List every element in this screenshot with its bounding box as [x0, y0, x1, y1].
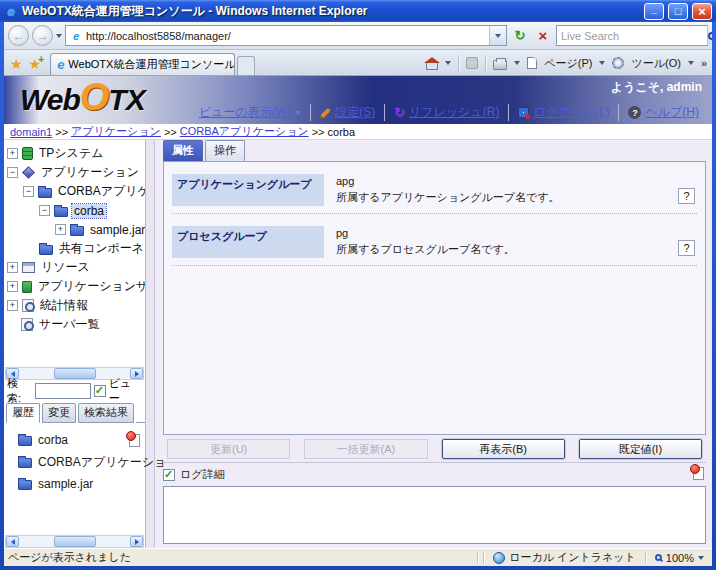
field-value[interactable]: apg: [336, 175, 697, 187]
view-menu-dropdown-icon[interactable]: [295, 111, 301, 115]
scroll-thumb[interactable]: [54, 536, 96, 547]
field-help-button[interactable]: ?: [678, 240, 695, 256]
home-icon[interactable]: [426, 62, 438, 70]
zoom-control[interactable]: 100%: [651, 552, 708, 564]
collapse-icon[interactable]: [7, 167, 18, 178]
tree-item-resources[interactable]: リソース: [4, 258, 145, 277]
field-value[interactable]: pg: [336, 227, 697, 239]
tree-item-sample-jar[interactable]: sample.jar: [4, 220, 145, 239]
tab-changes[interactable]: 変更: [42, 403, 76, 423]
page-menu-button[interactable]: ページ(P): [544, 56, 592, 71]
history-item-corba[interactable]: corba: [4, 429, 145, 451]
history-item-sample-jar[interactable]: sample.jar: [4, 473, 145, 495]
forward-button[interactable]: [32, 25, 53, 46]
menu-item-settings[interactable]: 設定(S): [310, 104, 384, 121]
search-go-button[interactable]: [707, 26, 712, 45]
tab-history[interactable]: 履歴: [6, 403, 40, 423]
help-link[interactable]: ヘルプ(H): [645, 104, 699, 121]
tree-search-input[interactable]: [35, 383, 91, 399]
scroll-right-icon[interactable]: [130, 536, 143, 547]
collapse-icon[interactable]: [39, 205, 50, 216]
favorites-icon[interactable]: [10, 56, 23, 72]
more-commands-button[interactable]: »: [701, 57, 707, 69]
expand-icon[interactable]: [7, 300, 18, 311]
menu-item-view[interactable]: ビューの表示(W): [190, 104, 310, 121]
menu-item-refresh[interactable]: リフレッシュ(R): [384, 104, 508, 121]
history-item-corba-applications[interactable]: CORBAアプリケーショ: [4, 451, 145, 473]
tree-item-application-server[interactable]: アプリケーションサーバ: [4, 277, 145, 296]
breadcrumb-applications[interactable]: アプリケーション: [71, 124, 161, 139]
log-alert-icon[interactable]: [129, 434, 140, 447]
breadcrumb-domain1[interactable]: domain1: [10, 126, 52, 138]
close-button[interactable]: [692, 3, 712, 20]
tree-item-applications[interactable]: アプリケーション: [4, 163, 145, 182]
feeds-icon[interactable]: [466, 57, 478, 69]
maximize-button[interactable]: [668, 3, 688, 20]
breadcrumb-corba-applications[interactable]: CORBAアプリケーション: [180, 124, 309, 139]
gear-icon[interactable]: [612, 57, 624, 69]
add-favorite-icon[interactable]: [29, 56, 42, 72]
default-value-button[interactable]: 既定値(I): [579, 439, 702, 459]
view-menu-link[interactable]: ビューの表示(W): [199, 104, 291, 121]
tree-item-server-list[interactable]: サーバ一覧: [4, 315, 145, 334]
log-detail-checkbox[interactable]: [163, 469, 175, 481]
tree-item-label[interactable]: CORBAアプリケーショ: [56, 183, 145, 200]
refresh-link[interactable]: リフレッシュ(R): [409, 104, 499, 121]
tree-item-label[interactable]: TPシステム: [37, 145, 105, 162]
tab-operations[interactable]: 操作: [205, 140, 245, 161]
tree-item-label[interactable]: sample.jar: [88, 223, 145, 237]
panel-divider[interactable]: [146, 140, 155, 548]
print-dropdown-icon[interactable]: [514, 61, 520, 65]
expand-icon[interactable]: [55, 224, 66, 235]
field-help-button[interactable]: ?: [678, 188, 695, 204]
url-field[interactable]: http://localhost5858/manager/: [65, 25, 507, 46]
tree-item-corba[interactable]: corba: [4, 201, 145, 220]
tree-item-label[interactable]: 共有コンポーネント: [57, 240, 145, 257]
page-icon[interactable]: [527, 57, 537, 69]
view-checkbox[interactable]: [94, 385, 106, 397]
back-button[interactable]: [8, 25, 29, 46]
search-input[interactable]: [557, 30, 707, 42]
tab-attributes[interactable]: 属性: [163, 140, 203, 161]
history-item-label[interactable]: corba: [38, 433, 68, 447]
stop-button[interactable]: [533, 26, 553, 46]
tree-item-shared-components[interactable]: 共有コンポーネント: [4, 239, 145, 258]
tools-menu-button[interactable]: ツール(O): [631, 56, 680, 71]
tree-item-label[interactable]: 統計情報: [38, 297, 90, 314]
collapse-icon[interactable]: [23, 186, 34, 197]
page-dropdown-icon[interactable]: [599, 61, 605, 65]
zoom-level[interactable]: 100%: [666, 552, 694, 564]
live-search-box[interactable]: [556, 25, 708, 46]
scroll-thumb[interactable]: [54, 368, 96, 379]
history-dropdown-icon[interactable]: [56, 34, 62, 38]
scroll-left-icon[interactable]: [6, 536, 19, 547]
logout-link[interactable]: ログアウト(L): [533, 104, 609, 121]
minimize-button[interactable]: [644, 3, 664, 20]
history-item-label[interactable]: CORBAアプリケーショ: [38, 454, 166, 471]
home-dropdown-icon[interactable]: [445, 61, 451, 65]
tools-dropdown-icon[interactable]: [688, 61, 694, 65]
tree-item-label[interactable]: アプリケーションサーバ: [36, 278, 145, 295]
menu-item-logout[interactable]: ログアウト(L): [508, 104, 618, 121]
url-dropdown-button[interactable]: [489, 26, 506, 45]
redisplay-button[interactable]: 再表示(B): [442, 439, 565, 459]
tree-item-tp-system[interactable]: TPシステム: [4, 144, 145, 163]
expand-icon[interactable]: [7, 281, 18, 292]
expand-icon[interactable]: [7, 148, 18, 159]
zoom-dropdown-icon[interactable]: [698, 556, 704, 560]
new-tab-stub[interactable]: [237, 56, 255, 75]
log-output-area[interactable]: [163, 486, 706, 544]
tree-item-corba-applications[interactable]: CORBAアプリケーショ: [4, 182, 145, 201]
menu-item-help[interactable]: ヘルプ(H): [618, 104, 708, 121]
tree-item-label[interactable]: アプリケーション: [39, 164, 141, 181]
print-icon[interactable]: [493, 60, 507, 70]
expand-icon[interactable]: [7, 262, 18, 273]
tree-item-label[interactable]: リソース: [39, 259, 92, 276]
settings-link[interactable]: 設定(S): [335, 104, 375, 121]
refresh-button[interactable]: [510, 26, 530, 46]
url-text[interactable]: http://localhost5858/manager/: [86, 30, 486, 42]
tree-item-label[interactable]: サーバ一覧: [37, 316, 102, 333]
browser-tab[interactable]: WebOTX統合運用管理コンソール: [50, 53, 235, 75]
tab-search-results[interactable]: 検索結果: [78, 403, 134, 423]
log-alert-icon[interactable]: [693, 467, 704, 480]
